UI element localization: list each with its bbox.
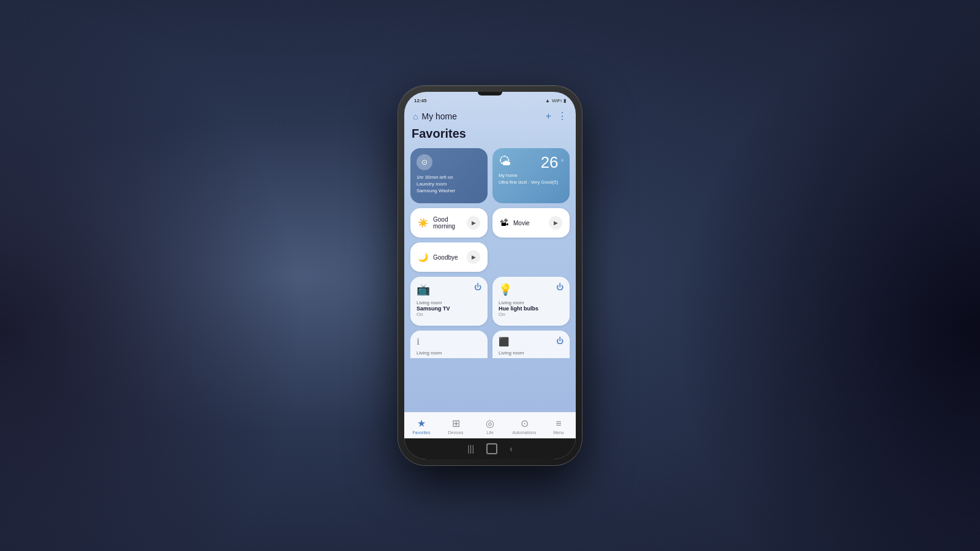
washer-card[interactable]: ⊙ 1hr 30min left on Laundry room Samsung… <box>410 148 488 203</box>
nav-life[interactable]: ◎ Life <box>478 418 502 435</box>
battery-icon: ▮ <box>564 98 566 103</box>
device4-power-button[interactable]: ⏻ <box>556 337 564 345</box>
main-content: Favorites ⊙ 1hr 30min left on Laundry ro… <box>404 127 576 412</box>
scenes-row-2: 🌙 Goodbye ▶ <box>410 242 570 272</box>
bulb-status: On <box>499 312 564 317</box>
bulb-power-button[interactable]: ⏻ <box>556 283 564 291</box>
signal-icon: ▲ <box>545 98 550 103</box>
scene-left: 📽 Movie <box>500 218 530 228</box>
weather-card[interactable]: 🌤 26 ° My home Ultra fine dust : Very Go… <box>492 148 570 203</box>
tv-icon: 📺 <box>417 283 430 296</box>
life-label: Life <box>486 430 493 435</box>
weather-top: 🌤 26 ° <box>499 154 564 170</box>
weather-temperature: 26 <box>541 153 559 171</box>
home-icon: ⌂ <box>413 111 418 121</box>
automations-icon: ⊙ <box>521 418 529 429</box>
more-button[interactable]: ⋮ <box>557 110 567 122</box>
scene-movie-label: Movie <box>513 220 530 227</box>
device-header: ℹ <box>417 337 481 347</box>
app-title: My home <box>421 111 457 121</box>
device-header: 💡 ⏻ <box>499 283 564 296</box>
scene-left: ☀️ Goodmorning <box>418 216 455 230</box>
life-icon: ◎ <box>486 418 494 429</box>
nav-favorites[interactable]: ★ Favorites <box>409 418 434 435</box>
tv-power-button[interactable]: ⏻ <box>474 283 481 291</box>
device-header: ⬛ ⏻ <box>499 337 564 347</box>
bottom-nav: ★ Favorites ⊞ Devices ◎ Life ⊙ Automatio… <box>404 412 576 438</box>
device4-card[interactable]: ⬛ ⏻ Living room <box>492 331 570 358</box>
bulb-info: Living room Hue light bulbs On <box>499 300 564 317</box>
device3-room: Living room <box>417 350 481 356</box>
section-title: Favorites <box>410 127 570 141</box>
status-bar: 12:45 ▲ WiFi ▮ <box>404 92 576 107</box>
menu-label: Menu <box>553 430 564 435</box>
scene-movie[interactable]: 📽 Movie ▶ <box>492 208 570 238</box>
device4-icon: ⬛ <box>499 337 509 347</box>
back-button[interactable]: ‹ <box>510 444 513 454</box>
weather-dust: Ultra fine dust : Very Good(5) <box>499 179 564 186</box>
movie-play-button[interactable]: ▶ <box>549 216 562 230</box>
samsung-tv-card[interactable]: 📺 ⏻ Living room Samsung TV On <box>410 277 488 326</box>
device3-card[interactable]: ℹ Living room <box>410 331 488 358</box>
scene-good-morning-label: Goodmorning <box>433 216 455 230</box>
weather-info: My home Ultra fine dust : Very Good(5) <box>499 173 564 186</box>
washer-icon: ⊙ <box>417 154 432 170</box>
tv-room: Living room <box>417 300 481 305</box>
scenes-row-1: ☀️ Goodmorning ▶ 📽 Movie ▶ <box>410 208 570 238</box>
nav-menu[interactable]: ≡ Menu <box>546 418 571 435</box>
tv-info: Living room Samsung TV On <box>417 300 481 317</box>
washer-info: 1hr 30min left on Laundry room Samsung W… <box>417 174 481 195</box>
wifi-icon: WiFi <box>552 98 562 103</box>
app-header: ⌂ My home + ⋮ <box>404 107 576 127</box>
good-morning-play-button[interactable]: ▶ <box>467 216 480 230</box>
devices-row-1: 📺 ⏻ Living room Samsung TV On 💡 ⏻ <box>410 277 570 326</box>
degree-symbol: ° <box>561 159 564 165</box>
header-left: ⌂ My home <box>413 111 457 121</box>
status-time: 12:45 <box>414 98 426 103</box>
phone-screen: 12:45 ▲ WiFi ▮ ⌂ My home + ⋮ <box>404 92 576 459</box>
tv-name: Samsung TV <box>417 305 481 312</box>
washer-room: Laundry room <box>417 181 481 187</box>
scene-goodbye-label: Goodbye <box>433 254 458 261</box>
header-right: + ⋮ <box>546 110 567 122</box>
phone-container: 12:45 ▲ WiFi ▮ ⌂ My home + ⋮ <box>398 86 582 465</box>
device3-info: Living room <box>417 350 481 356</box>
device-header: 📺 ⏻ <box>417 283 481 296</box>
washer-symbol: ⊙ <box>421 158 428 167</box>
hue-bulbs-card[interactable]: 💡 ⏻ Living room Hue light bulbs On <box>492 277 570 326</box>
bulb-name: Hue light bulbs <box>499 305 564 312</box>
device3-icon: ℹ <box>417 337 420 347</box>
scene-good-morning[interactable]: ☀️ Goodmorning ▶ <box>410 208 488 238</box>
goodbye-play-button[interactable]: ▶ <box>467 250 480 264</box>
scene-goodbye[interactable]: 🌙 Goodbye ▶ <box>410 242 488 272</box>
menu-icon: ≡ <box>556 418 561 429</box>
moon-icon: 🌙 <box>418 252 428 262</box>
tv-status: On <box>417 312 481 317</box>
sunrise-icon: ☀️ <box>418 218 428 228</box>
top-cards: ⊙ 1hr 30min left on Laundry room Samsung… <box>410 148 570 203</box>
weather-icon: 🌤 <box>499 154 511 168</box>
devices-icon: ⊞ <box>452 418 460 429</box>
favorites-icon: ★ <box>417 418 426 429</box>
weather-temp-wrapper: 26 ° <box>541 154 564 170</box>
device4-room: Living room <box>499 350 564 356</box>
phone-body: 12:45 ▲ WiFi ▮ ⌂ My home + ⋮ <box>398 86 582 465</box>
weather-location: My home <box>499 173 564 179</box>
recent-apps-button[interactable]: ||| <box>467 444 474 454</box>
add-button[interactable]: + <box>546 111 551 122</box>
washer-time: 1hr 30min left on <box>417 174 481 181</box>
automations-label: Automations <box>513 430 537 435</box>
devices-label: Devices <box>448 430 464 435</box>
device4-info: Living room <box>499 350 564 356</box>
washer-device: Samsung Washer <box>417 187 481 194</box>
devices-row-2: ℹ Living room ⬛ ⏻ Living room <box>410 331 570 358</box>
nav-automations[interactable]: ⊙ Automations <box>512 418 537 435</box>
bulb-icon: 💡 <box>499 283 512 296</box>
home-button[interactable] <box>486 443 497 454</box>
bulb-room: Living room <box>499 300 564 305</box>
gesture-bar: ||| ‹ <box>404 438 576 459</box>
favorites-label: Favorites <box>413 430 431 435</box>
movie-icon: 📽 <box>500 218 508 228</box>
status-icons: ▲ WiFi ▮ <box>545 98 566 103</box>
nav-devices[interactable]: ⊞ Devices <box>443 418 468 435</box>
